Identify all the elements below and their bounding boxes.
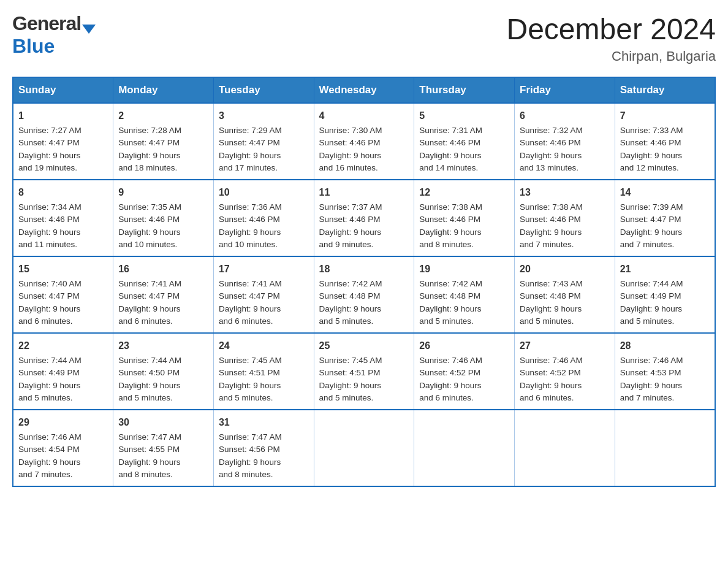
day-number: 12 bbox=[419, 185, 509, 200]
daylight-label: Daylight: 9 hours bbox=[18, 304, 80, 313]
calendar-cell: 18 Sunrise: 7:42 AM Sunset: 4:48 PM Dayl… bbox=[314, 256, 414, 333]
day-number: 2 bbox=[118, 109, 208, 123]
day-number: 9 bbox=[118, 185, 208, 200]
daylight-minutes: and 12 minutes. bbox=[620, 163, 679, 172]
daylight-minutes: and 14 minutes. bbox=[419, 163, 478, 172]
sunrise-label: Sunrise: 7:37 AM bbox=[319, 202, 382, 212]
calendar-cell: 5 Sunrise: 7:31 AM Sunset: 4:46 PM Dayli… bbox=[414, 103, 515, 180]
sunrise-label: Sunrise: 7:46 AM bbox=[419, 356, 482, 365]
daylight-minutes: and 6 minutes. bbox=[219, 316, 273, 326]
daylight-label: Daylight: 9 hours bbox=[219, 228, 281, 237]
day-number: 15 bbox=[18, 262, 108, 277]
day-number: 24 bbox=[219, 339, 309, 353]
sunrise-label: Sunrise: 7:47 AM bbox=[118, 432, 181, 442]
sunrise-label: Sunrise: 7:33 AM bbox=[620, 126, 683, 135]
sunrise-label: Sunrise: 7:31 AM bbox=[419, 126, 482, 135]
daylight-label: Daylight: 9 hours bbox=[18, 381, 80, 390]
calendar-cell: 22 Sunrise: 7:44 AM Sunset: 4:49 PM Dayl… bbox=[13, 333, 113, 410]
sunset-label: Sunset: 4:47 PM bbox=[18, 138, 80, 147]
day-number: 10 bbox=[219, 185, 309, 200]
daylight-minutes: and 5 minutes. bbox=[419, 316, 474, 326]
sunrise-label: Sunrise: 7:38 AM bbox=[520, 202, 583, 212]
calendar-cell: 2 Sunrise: 7:28 AM Sunset: 4:47 PM Dayli… bbox=[113, 103, 214, 180]
calendar-cell: 14 Sunrise: 7:39 AM Sunset: 4:47 PM Dayl… bbox=[615, 180, 715, 256]
calendar-week-2: 8 Sunrise: 7:34 AM Sunset: 4:46 PM Dayli… bbox=[13, 180, 715, 256]
calendar-cell: 13 Sunrise: 7:38 AM Sunset: 4:46 PM Dayl… bbox=[515, 180, 615, 256]
sunrise-label: Sunrise: 7:44 AM bbox=[18, 356, 82, 365]
daylight-label: Daylight: 9 hours bbox=[118, 381, 180, 390]
calendar-cell: 27 Sunrise: 7:46 AM Sunset: 4:52 PM Dayl… bbox=[515, 333, 615, 410]
sunrise-label: Sunrise: 7:36 AM bbox=[219, 202, 282, 212]
calendar-cell: 21 Sunrise: 7:44 AM Sunset: 4:49 PM Dayl… bbox=[615, 256, 715, 333]
daylight-label: Daylight: 9 hours bbox=[219, 151, 281, 160]
day-number: 25 bbox=[319, 339, 409, 353]
calendar-cell: 12 Sunrise: 7:38 AM Sunset: 4:46 PM Dayl… bbox=[414, 180, 515, 256]
daylight-minutes: and 8 minutes. bbox=[219, 470, 273, 479]
calendar-cell: 25 Sunrise: 7:45 AM Sunset: 4:51 PM Dayl… bbox=[314, 333, 414, 410]
sunrise-label: Sunrise: 7:42 AM bbox=[419, 279, 482, 288]
daylight-label: Daylight: 9 hours bbox=[419, 381, 481, 390]
daylight-minutes: and 6 minutes. bbox=[419, 393, 474, 402]
sunrise-label: Sunrise: 7:30 AM bbox=[319, 126, 382, 135]
daylight-label: Daylight: 9 hours bbox=[419, 151, 481, 160]
sunrise-label: Sunrise: 7:34 AM bbox=[18, 202, 82, 212]
sunset-label: Sunset: 4:46 PM bbox=[219, 215, 280, 224]
calendar-cell: 19 Sunrise: 7:42 AM Sunset: 4:48 PM Dayl… bbox=[414, 256, 515, 333]
day-number: 18 bbox=[319, 262, 409, 277]
sunset-label: Sunset: 4:46 PM bbox=[419, 215, 480, 224]
calendar-header-thursday: Thursday bbox=[414, 77, 515, 103]
calendar-cell: 26 Sunrise: 7:46 AM Sunset: 4:52 PM Dayl… bbox=[414, 333, 515, 410]
day-number: 31 bbox=[219, 415, 309, 430]
title-area: December 2024 Chirpan, Bulgaria bbox=[506, 12, 716, 64]
daylight-label: Daylight: 9 hours bbox=[419, 228, 481, 237]
sunrise-label: Sunrise: 7:42 AM bbox=[319, 279, 382, 288]
day-number: 17 bbox=[219, 262, 309, 277]
sunset-label: Sunset: 4:49 PM bbox=[620, 291, 681, 301]
day-number: 29 bbox=[18, 415, 108, 430]
day-number: 16 bbox=[118, 262, 208, 277]
sunset-label: Sunset: 4:54 PM bbox=[18, 445, 80, 454]
calendar-cell: 24 Sunrise: 7:45 AM Sunset: 4:51 PM Dayl… bbox=[213, 333, 314, 410]
sunrise-label: Sunrise: 7:44 AM bbox=[620, 279, 683, 288]
calendar-week-4: 22 Sunrise: 7:44 AM Sunset: 4:49 PM Dayl… bbox=[13, 333, 715, 410]
sunrise-label: Sunrise: 7:38 AM bbox=[419, 202, 482, 212]
daylight-minutes: and 7 minutes. bbox=[620, 393, 675, 402]
daylight-minutes: and 7 minutes. bbox=[620, 240, 675, 249]
sunrise-label: Sunrise: 7:44 AM bbox=[118, 356, 181, 365]
logo: General Blue bbox=[12, 12, 96, 58]
day-number: 22 bbox=[18, 339, 108, 353]
sunset-label: Sunset: 4:51 PM bbox=[319, 368, 381, 377]
sunrise-label: Sunrise: 7:43 AM bbox=[520, 279, 583, 288]
daylight-label: Daylight: 9 hours bbox=[118, 458, 180, 467]
calendar-week-5: 29 Sunrise: 7:46 AM Sunset: 4:54 PM Dayl… bbox=[13, 410, 715, 486]
sunset-label: Sunset: 4:52 PM bbox=[520, 368, 581, 377]
sunset-label: Sunset: 4:47 PM bbox=[620, 215, 681, 224]
day-number: 14 bbox=[620, 185, 710, 200]
sunset-label: Sunset: 4:56 PM bbox=[219, 445, 280, 454]
calendar-cell: 9 Sunrise: 7:35 AM Sunset: 4:46 PM Dayli… bbox=[113, 180, 214, 256]
logo-blue-text: Blue bbox=[12, 35, 55, 57]
daylight-label: Daylight: 9 hours bbox=[219, 381, 281, 390]
calendar-cell: 30 Sunrise: 7:47 AM Sunset: 4:55 PM Dayl… bbox=[113, 410, 214, 486]
daylight-minutes: and 5 minutes. bbox=[219, 393, 273, 402]
daylight-label: Daylight: 9 hours bbox=[620, 228, 682, 237]
daylight-label: Daylight: 9 hours bbox=[520, 151, 582, 160]
sunset-label: Sunset: 4:47 PM bbox=[118, 291, 180, 301]
sunset-label: Sunset: 4:46 PM bbox=[520, 215, 581, 224]
calendar-cell: 10 Sunrise: 7:36 AM Sunset: 4:46 PM Dayl… bbox=[213, 180, 314, 256]
day-number: 20 bbox=[520, 262, 610, 277]
calendar-cell: 7 Sunrise: 7:33 AM Sunset: 4:46 PM Dayli… bbox=[615, 103, 715, 180]
daylight-minutes: and 13 minutes. bbox=[520, 163, 578, 172]
sunset-label: Sunset: 4:51 PM bbox=[219, 368, 280, 377]
calendar-cell: 6 Sunrise: 7:32 AM Sunset: 4:46 PM Dayli… bbox=[515, 103, 615, 180]
daylight-minutes: and 7 minutes. bbox=[520, 240, 574, 249]
sunrise-label: Sunrise: 7:46 AM bbox=[520, 356, 583, 365]
sunset-label: Sunset: 4:50 PM bbox=[118, 368, 180, 377]
calendar-header-saturday: Saturday bbox=[615, 77, 715, 103]
daylight-label: Daylight: 9 hours bbox=[319, 151, 381, 160]
daylight-minutes: and 10 minutes. bbox=[219, 240, 278, 249]
calendar-cell: 16 Sunrise: 7:41 AM Sunset: 4:47 PM Dayl… bbox=[113, 256, 214, 333]
sunrise-label: Sunrise: 7:46 AM bbox=[620, 356, 683, 365]
sunset-label: Sunset: 4:48 PM bbox=[319, 291, 381, 301]
sunset-label: Sunset: 4:46 PM bbox=[18, 215, 80, 224]
